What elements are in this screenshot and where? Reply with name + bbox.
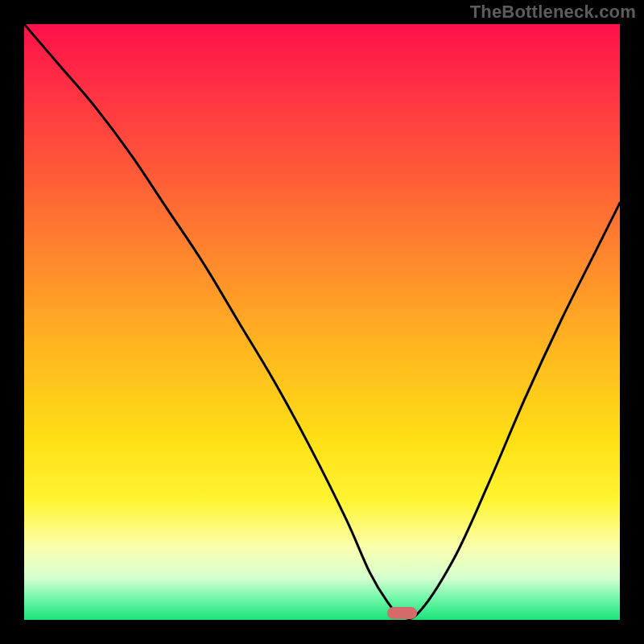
curve-layer: [24, 24, 620, 620]
bottleneck-curve: [24, 24, 620, 619]
plot-area: [24, 24, 620, 620]
bottleneck-marker: [387, 607, 417, 619]
chart-frame: TheBottleneck.com: [0, 0, 644, 644]
watermark-text: TheBottleneck.com: [470, 2, 636, 23]
